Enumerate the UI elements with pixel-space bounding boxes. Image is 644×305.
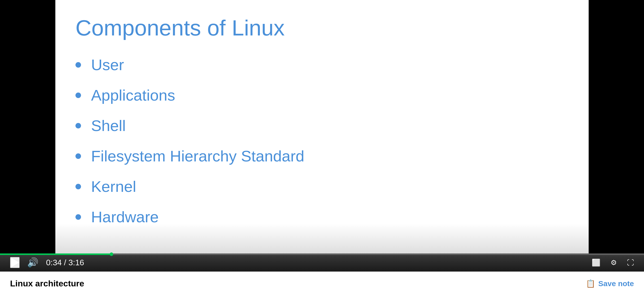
bullet-icon xyxy=(75,62,81,68)
save-note-button[interactable]: 📋 Save note xyxy=(586,279,634,288)
video-black-right xyxy=(589,0,644,253)
time-display: 0:34 / 3:16 xyxy=(46,258,84,267)
bullet-icon xyxy=(75,214,81,220)
list-item: Hardware xyxy=(75,208,569,226)
right-controls: ⬜ ⚙ ⛶ xyxy=(592,258,634,267)
list-item-label: Kernel xyxy=(91,178,136,195)
list-item-label: Filesystem Hierarchy Standard xyxy=(91,147,304,165)
list-item-label: User xyxy=(91,56,124,74)
bullet-icon xyxy=(75,123,81,128)
list-item-label: Hardware xyxy=(91,208,159,226)
list-item: Kernel xyxy=(75,178,569,195)
progress-dot xyxy=(110,252,113,256)
progress-bar-container[interactable] xyxy=(0,253,644,255)
slide-heading: Components of Linux xyxy=(75,15,569,41)
fullscreen-button[interactable]: ⛶ xyxy=(627,258,634,267)
list-item: Filesystem Hierarchy Standard xyxy=(75,147,569,165)
video-main-area: Components of Linux User Applications Sh… xyxy=(0,0,644,253)
play-button[interactable] xyxy=(10,257,20,268)
save-note-icon: 📋 xyxy=(586,279,595,288)
bullet-icon xyxy=(75,93,81,98)
bullet-icon xyxy=(75,153,81,159)
list-item: Shell xyxy=(75,117,569,135)
bullet-icon xyxy=(75,184,81,189)
list-item: Applications xyxy=(75,86,569,104)
list-item: User xyxy=(75,56,569,74)
bottom-bar: Linux architecture 📋 Save note xyxy=(0,272,644,295)
list-item-label: Shell xyxy=(91,117,126,135)
captions-button[interactable]: ⬜ xyxy=(592,258,600,267)
video-controls: 🔊 0:34 / 3:16 ⬜ ⚙ ⛶ xyxy=(0,253,644,272)
save-note-label: Save note xyxy=(598,279,634,288)
settings-button[interactable]: ⚙ xyxy=(611,258,617,267)
progress-bar-fill xyxy=(0,253,111,255)
video-black-left xyxy=(0,0,55,253)
slide-list: User Applications Shell Filesystem Hiera… xyxy=(75,56,569,238)
slide-content: Components of Linux User Applications Sh… xyxy=(55,0,589,253)
video-title: Linux architecture xyxy=(10,279,84,288)
play-icon xyxy=(11,257,19,268)
volume-button[interactable]: 🔊 xyxy=(27,257,38,268)
video-player: Components of Linux User Applications Sh… xyxy=(0,0,644,272)
list-item-label: Applications xyxy=(91,86,175,104)
